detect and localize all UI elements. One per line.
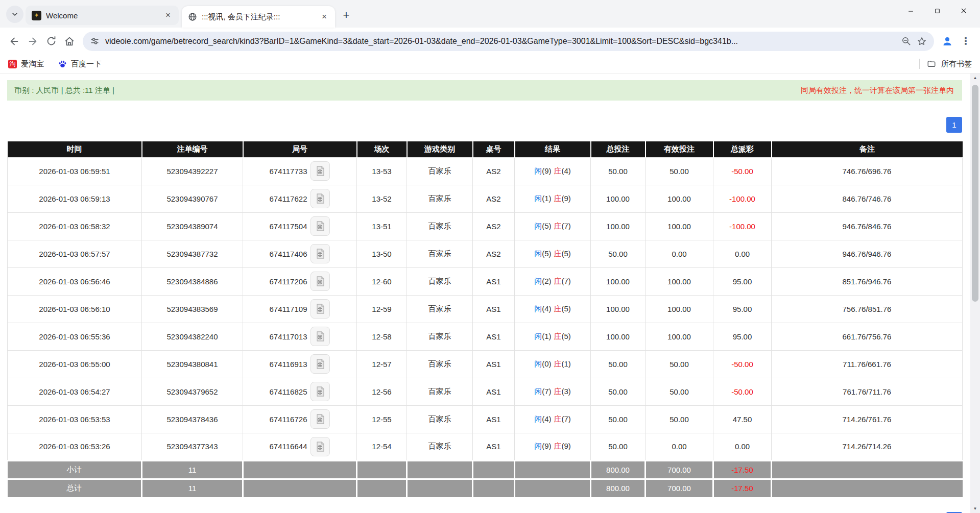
cell-remark: 761.76/711.76 [772,378,963,405]
table-row: 2026-01-03 06:53:26 523094377343 6741166… [8,433,963,460]
url-text[interactable]: videoie.com/game/betrecord_search/kind3?… [105,37,896,46]
cell-table-no: AS1 [473,405,515,433]
cell-time: 2026-01-03 06:59:51 [8,157,142,185]
new-tab-button[interactable]: + [338,7,354,23]
cell-game-type: 百家乐 [407,267,473,295]
cell-remark: 946.76/946.76 [772,240,963,267]
cell-result: 闲(5)庄(5) [515,240,591,267]
cell-session: 12-60 [357,267,407,295]
video-replay-icon[interactable] [310,409,330,429]
bookmarks-bar: 淘 爱淘宝 百度一下 所有书签 [0,55,980,74]
cell-game-type: 百家乐 [407,240,473,267]
cell-payout: 47.50 [713,405,772,433]
profile-avatar[interactable] [938,32,957,51]
maximize-button[interactable] [924,0,950,21]
cell-payout: 95.00 [713,295,772,323]
cell-total-bet: 100.00 [591,323,646,350]
cell-result: 闲(0)庄(1) [515,350,591,378]
cell-valid-bet: 100.00 [646,323,713,350]
site-settings-icon[interactable] [90,36,100,46]
subtotal-count: 11 [142,460,243,479]
cell-total-bet: 50.00 [591,350,646,378]
cell-payout: -50.00 [713,378,772,405]
all-bookmarks-button[interactable]: 所有书签 [941,59,972,69]
video-replay-icon[interactable] [310,161,330,181]
banker-result: 庄 [554,194,562,203]
cell-remark: 714.26/761.76 [772,405,963,433]
bookmark-taobao[interactable]: 淘 爱淘宝 [8,59,44,69]
scrollbar-thumb[interactable] [972,85,978,302]
zoom-out-icon[interactable] [901,36,911,46]
page-1-button[interactable]: 1 [946,117,962,133]
bookmark-star-icon[interactable] [917,36,927,46]
video-replay-icon[interactable] [310,327,330,346]
header-valid-bet: 有效投注 [646,141,713,157]
minimize-button[interactable] [897,0,924,21]
cell-game-type: 百家乐 [407,157,473,185]
banker-result: 庄 [554,222,562,230]
scroll-up-icon[interactable]: ▲ [970,74,980,82]
banker-result: 庄 [554,359,562,368]
home-icon [64,36,75,47]
browser-toolbar: videoie.com/game/betrecord_search/kind3?… [0,28,980,55]
video-replay-icon[interactable] [310,189,330,208]
reload-button[interactable] [42,32,60,51]
cell-payout: 95.00 [713,267,772,295]
close-tab-icon[interactable]: × [162,10,174,21]
cell-result: 闲(1)庄(5) [515,323,591,350]
cell-valid-bet: 100.00 [646,267,713,295]
cell-game-type: 百家乐 [407,405,473,433]
player-result: 闲 [534,277,542,285]
tab-title: Welcome [46,11,158,20]
video-replay-icon[interactable] [310,299,330,319]
video-replay-icon[interactable] [310,437,330,456]
forward-button[interactable] [23,32,42,51]
cell-payout: 0.00 [713,240,772,267]
tab-strip: ✦ Welcome × :::视讯, 会员下注纪录::: × + [0,0,980,28]
round-number: 674116644 [270,442,307,451]
table-row: 2026-01-03 06:57:57 523094387732 6741174… [8,240,963,267]
tab-betrecord[interactable]: :::视讯, 会员下注纪录::: × [182,6,335,28]
close-window-button[interactable] [950,0,977,21]
round-number: 674117622 [270,194,307,203]
cell-round: 674116825 [243,378,357,405]
tab-welcome[interactable]: ✦ Welcome × [26,6,179,25]
player-result: 闲 [534,442,542,450]
scroll-down-icon[interactable]: ▼ [970,504,980,513]
banker-result: 庄 [554,249,562,258]
cell-game-type: 百家乐 [407,350,473,378]
video-replay-icon[interactable] [310,216,330,236]
url-bar[interactable]: videoie.com/game/betrecord_search/kind3?… [83,32,934,51]
player-result: 闲 [534,222,542,230]
cell-table-no: AS2 [473,185,515,212]
header-bet-id: 注单编号 [142,141,243,157]
cell-session: 12-57 [357,350,407,378]
page-scrollbar[interactable]: ▲ ▼ [970,74,980,513]
browser-menu-button[interactable]: ⋮ [957,32,975,51]
video-replay-icon[interactable] [310,272,330,291]
cell-total-bet: 50.00 [591,378,646,405]
tab-search-button[interactable] [6,6,23,23]
video-replay-icon[interactable] [310,382,330,401]
cell-session: 12-54 [357,433,407,460]
close-tab-icon[interactable]: × [319,11,330,22]
player-result: 闲 [534,249,542,258]
cell-bet-id: 523094378436 [142,405,243,433]
bookmark-baidu[interactable]: 百度一下 [58,59,102,69]
cell-result: 闲(5)庄(7) [515,212,591,240]
cell-table-no: AS2 [473,240,515,267]
cell-total-bet: 100.00 [591,295,646,323]
cell-bet-id: 523094377343 [142,433,243,460]
cell-payout: -50.00 [713,350,772,378]
back-button[interactable] [5,32,23,51]
header-remark: 备注 [772,141,963,157]
home-button[interactable] [60,32,79,51]
cell-session: 13-53 [357,157,407,185]
video-replay-icon[interactable] [310,354,330,374]
cell-time: 2026-01-03 06:55:36 [8,323,142,350]
cell-game-type: 百家乐 [407,433,473,460]
video-replay-icon[interactable] [310,244,330,263]
player-result: 闲 [534,387,542,396]
header-total-bet: 总投注 [591,141,646,157]
cell-total-bet: 100.00 [591,185,646,212]
